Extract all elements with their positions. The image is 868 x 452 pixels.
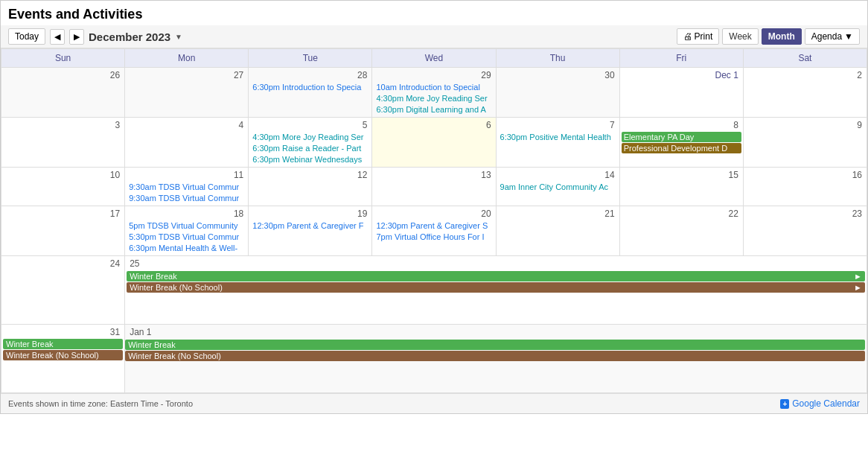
calendar-day[interactable]: 21 [496,206,619,256]
col-sat: Sat [743,49,867,68]
calendar-day[interactable]: Dec 1 [619,68,743,118]
calendar-day[interactable]: 22 [619,206,743,256]
day-number: 24 [3,258,123,270]
winter-break-no-school-cont[interactable]: Winter Break (No School) [125,351,865,361]
day-number: 3 [3,119,123,131]
col-fri: Fri [619,49,743,68]
day-number: 31 [3,326,123,338]
calendar-day[interactable]: 27 [125,68,249,118]
day-number: 11 [127,169,246,181]
calendar-day[interactable]: 26 [1,68,125,118]
day-number: 23 [745,208,865,220]
day-number: 10 [3,169,123,181]
calendar-day[interactable]: 10 [1,168,125,206]
calendar-event-elementary-pa[interactable]: Elementary PA Day [622,132,741,142]
calendar-event[interactable]: 6:30pm Digital Learning and A [374,104,494,115]
winter-break-cont[interactable]: Winter Break [125,340,865,350]
day-number: 18 [127,208,246,220]
calendar-day[interactable]: 9 [743,118,867,168]
calendar-day[interactable]: 8 Elementary PA Day Professional Develop… [619,118,743,168]
calendar-event[interactable]: 5:30pm TDSB Virtual Commur [127,232,246,242]
calendar-day[interactable]: 30 [496,68,619,118]
calendar-day[interactable]: 28 6:30pm Introduction to Specia [249,68,372,118]
calendar-day[interactable]: 20 12:30pm Parent & Caregiver S 7pm Virt… [372,206,496,256]
day-number: 6 [374,119,494,131]
printer-icon: 🖨 [683,31,692,42]
calendar-day[interactable]: 14 9am Inner City Community Ac [496,168,619,206]
calendar-day[interactable]: 6 [372,118,496,168]
calendar-week-2: 3 4 5 4:30pm More Joy Reading Ser 6:30pm… [1,118,867,168]
calendar-day[interactable]: 15 [619,168,743,206]
calendar-event[interactable]: 9:30am TDSB Virtual Commur [127,182,246,192]
month-button[interactable]: Month [762,28,802,45]
calendar-event[interactable]: 5pm TDSB Virtual Community [127,220,246,231]
calendar-day[interactable]: 11 9:30am TDSB Virtual Commur 9:30am TDS… [125,168,249,206]
calendar-day[interactable]: 5 4:30pm More Joy Reading Ser 6:30pm Rai… [249,118,372,168]
calendar-event[interactable]: 9am Inner City Community Ac [498,182,618,192]
day-number: 7 [498,119,618,131]
calendar-event[interactable]: 6:30pm Introduction to Specia [250,82,370,92]
calendar-day[interactable]: 3 [1,118,125,168]
calendar-day[interactable]: 17 [1,206,125,256]
calendar-week-4: 17 18 5pm TDSB Virtual Community 5:30pm … [1,206,867,256]
day-number: 13 [374,169,494,181]
calendar-day[interactable]: 12 [249,168,372,206]
day-number: 16 [745,169,865,181]
day-number: 28 [250,69,370,81]
week-button[interactable]: Week [722,28,758,45]
calendar-day[interactable]: 16 [743,168,867,206]
calendar-event[interactable]: 10am Introduction to Special [374,82,494,92]
calendar-event-prof-dev[interactable]: Professional Development D [622,143,741,153]
calendar-day[interactable]: 7 6:30pm Positive Mental Health [496,118,619,168]
calendar-day[interactable]: 4 [125,118,249,168]
month-dropdown-icon[interactable]: ▼ [175,33,182,41]
day-number: 8 [622,119,741,131]
today-button[interactable]: Today [8,28,45,45]
day-number: 30 [498,69,618,81]
calendar-day[interactable]: 13 [372,168,496,206]
calendar-event[interactable]: 4:30pm More Joy Reading Ser [250,132,370,142]
month-label: December 2023 [89,31,170,43]
calendar-event[interactable]: 6:30pm Webinar Wednesdays [250,154,370,165]
winter-break-no-school-event[interactable]: Winter Break (No School) ► [127,282,865,293]
calendar-event[interactable]: 9:30am TDSB Virtual Commur [127,193,246,203]
calendar-event[interactable]: 6:30pm Raise a Reader - Part [250,143,370,153]
footer: Events shown in time zone: Eastern Time … [1,393,867,413]
calendar-day[interactable]: 29 10am Introduction to Special 4:30pm M… [372,68,496,118]
day-number: Dec 1 [622,69,741,81]
calendar-day-span-last: Jan 1 Winter Break Winter Break (No Scho… [125,325,867,393]
calendar-event[interactable]: 7pm Virtual Office Hours For I [374,232,494,242]
day-number: 19 [250,208,370,220]
calendar-event[interactable]: 6:30pm Mental Health & Well- [127,243,246,253]
day-number: 14 [498,169,618,181]
arrow-icon: ► [854,272,862,281]
calendar-event[interactable]: 12:30pm Parent & Caregiver S [374,220,494,231]
calendar-day[interactable]: 19 12:30pm Parent & Caregiver F [249,206,372,256]
calendar-day[interactable]: 18 5pm TDSB Virtual Community 5:30pm TDS… [125,206,249,256]
day-number: 4 [127,119,246,131]
next-button[interactable]: ▶ [69,29,84,45]
calendar-day[interactable]: 24 [1,256,125,325]
day-number: 20 [374,208,494,220]
google-calendar-link[interactable]: + Google Calendar [780,398,860,409]
calendar-day[interactable]: 2 [743,68,867,118]
prev-button[interactable]: ◀ [50,29,65,45]
agenda-button[interactable]: Agenda ▼ [805,28,860,45]
calendar-grid: Sun Mon Tue Wed Thu Fri Sat 26 27 28 [1,48,867,393]
toolbar-left: Today ◀ ▶ December 2023 ▼ [8,28,182,45]
agenda-dropdown-icon: ▼ [844,31,853,42]
calendar-event[interactable]: 4:30pm More Joy Reading Ser [374,93,494,104]
calendar-week-1: 26 27 28 6:30pm Introduction to Specia 2… [1,68,867,118]
calendar-day[interactable]: 31 Winter Break Winter Break (No School) [1,325,125,393]
calendar-week-6: 31 Winter Break Winter Break (No School)… [1,325,867,393]
calendar-day-span: 25 Winter Break ► Winter Break (No Schoo… [125,256,867,325]
calendar-event[interactable]: 6:30pm Positive Mental Health [498,132,618,142]
winter-break-event[interactable]: Winter Break ► [127,271,865,281]
winter-break-no-school-event-2[interactable]: Winter Break (No School) [3,350,123,360]
day-number: 17 [3,208,123,220]
calendar-event[interactable]: 12:30pm Parent & Caregiver F [250,220,370,231]
print-button[interactable]: 🖨 Print [677,28,720,45]
calendar-day[interactable]: 23 [743,206,867,256]
col-mon: Mon [125,49,249,68]
winter-break-event-2[interactable]: Winter Break [3,339,123,349]
